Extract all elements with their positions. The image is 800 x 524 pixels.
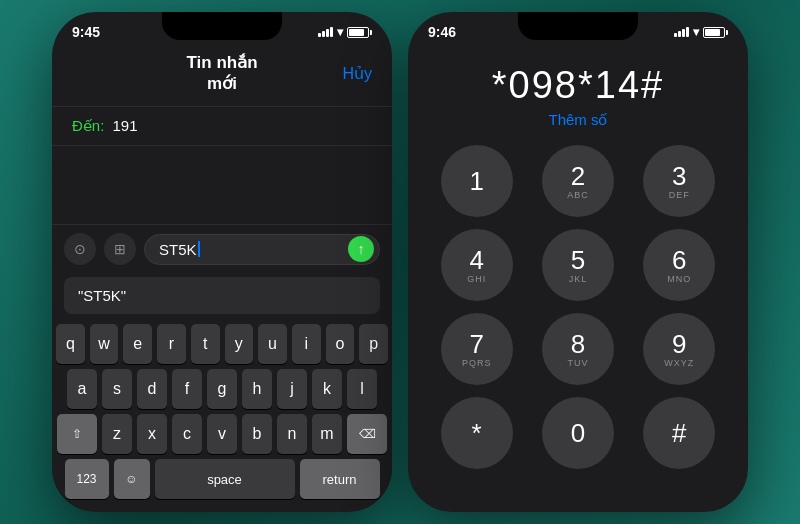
send-button[interactable]: ↑ — [348, 236, 374, 262]
key-return[interactable]: return — [300, 459, 380, 499]
wifi-icon-left: ▾ — [337, 25, 343, 39]
dial-btn-3[interactable]: 3 DEF — [643, 145, 715, 217]
send-icon: ↑ — [358, 241, 365, 257]
key-l[interactable]: l — [347, 369, 377, 409]
key-s[interactable]: s — [102, 369, 132, 409]
app-container: 9:45 ▾ Tin nhắn mới Hủy — [0, 0, 800, 524]
key-u[interactable]: u — [258, 324, 287, 364]
key-b[interactable]: b — [242, 414, 272, 454]
key-n[interactable]: n — [277, 414, 307, 454]
status-icons-left: ▾ — [318, 25, 372, 39]
phone-left: 9:45 ▾ Tin nhắn mới Hủy — [52, 12, 392, 512]
key-q[interactable]: q — [56, 324, 85, 364]
phone-notch-left — [162, 12, 282, 40]
key-p[interactable]: p — [359, 324, 388, 364]
to-value: 191 — [113, 117, 138, 134]
battery-icon-left — [347, 27, 372, 38]
key-v[interactable]: v — [207, 414, 237, 454]
keyboard-row-4: 123 ☺ space return — [56, 459, 388, 499]
message-input-wrapper: ST5K ↑ — [144, 234, 380, 265]
autocomplete-text: "ST5K" — [78, 287, 126, 304]
keyboard-row-2: a s d f g h j k l — [56, 369, 388, 409]
dial-btn-9[interactable]: 9 WXYZ — [643, 313, 715, 385]
dial-btn-2[interactable]: 2 ABC — [542, 145, 614, 217]
key-e[interactable]: e — [123, 324, 152, 364]
messages-header: Tin nhắn mới Hủy — [52, 44, 392, 107]
key-backspace[interactable]: ⌫ — [347, 414, 387, 454]
messages-body — [52, 146, 392, 224]
dialpad: 1 2 ABC 3 DEF 4 GHI 5 JKL — [408, 145, 748, 469]
status-time-right: 9:46 — [428, 24, 456, 40]
key-h[interactable]: h — [242, 369, 272, 409]
key-numbers[interactable]: 123 — [65, 459, 109, 499]
key-f[interactable]: f — [172, 369, 202, 409]
key-a[interactable]: a — [67, 369, 97, 409]
dial-btn-8[interactable]: 8 TUV — [542, 313, 614, 385]
to-field[interactable]: Đến: 191 — [52, 107, 392, 146]
dial-btn-0[interactable]: 0 — [542, 397, 614, 469]
key-i[interactable]: i — [292, 324, 321, 364]
dial-btn-hash[interactable]: # — [643, 397, 715, 469]
battery-icon-right — [703, 27, 728, 38]
status-time-left: 9:45 — [72, 24, 100, 40]
text-cursor — [198, 241, 200, 257]
messages-screen: Tin nhắn mới Hủy Đến: 191 ⊙ ⊞ — [52, 44, 392, 508]
dial-btn-7[interactable]: 7 PQRS — [441, 313, 513, 385]
key-m[interactable]: m — [312, 414, 342, 454]
dial-btn-star[interactable]: * — [441, 397, 513, 469]
appstore-icon: ⊞ — [114, 241, 126, 257]
key-r[interactable]: r — [157, 324, 186, 364]
keyboard-row-3: ⇧ z x c v b n m ⌫ — [56, 414, 388, 454]
wifi-icon-right: ▾ — [693, 25, 699, 39]
key-j[interactable]: j — [277, 369, 307, 409]
signal-icon-right — [674, 27, 689, 37]
status-icons-right: ▾ — [674, 25, 728, 39]
key-shift[interactable]: ⇧ — [57, 414, 97, 454]
camera-icon-btn[interactable]: ⊙ — [64, 233, 96, 265]
camera-icon: ⊙ — [74, 241, 86, 257]
keyboard-row-1: q w e r t y u i o p — [56, 324, 388, 364]
dial-btn-1[interactable]: 1 — [441, 145, 513, 217]
key-t[interactable]: t — [191, 324, 220, 364]
dial-btn-4[interactable]: 4 GHI — [441, 229, 513, 301]
key-k[interactable]: k — [312, 369, 342, 409]
key-o[interactable]: o — [326, 324, 355, 364]
message-text: ST5K — [159, 241, 197, 258]
messages-input-area: ⊙ ⊞ ST5K ↑ — [52, 224, 392, 273]
autocomplete-suggestion[interactable]: "ST5K" — [64, 277, 380, 314]
key-z[interactable]: z — [102, 414, 132, 454]
key-c[interactable]: c — [172, 414, 202, 454]
cancel-button[interactable]: Hủy — [342, 65, 372, 82]
key-d[interactable]: d — [137, 369, 167, 409]
dial-btn-5[interactable]: 5 JKL — [542, 229, 614, 301]
key-emoji[interactable]: ☺ — [114, 459, 150, 499]
keyboard: q w e r t y u i o p a s d f g — [52, 318, 392, 508]
to-label: Đến: — [72, 117, 104, 134]
signal-icon-left — [318, 27, 333, 37]
message-input[interactable]: ST5K — [144, 234, 380, 265]
dialer-screen: *098*14# Thêm số 1 2 ABC 3 DEF 4 GH — [408, 44, 748, 508]
dialer-number: *098*14# — [482, 44, 674, 111]
dialer-add-label[interactable]: Thêm số — [548, 111, 607, 129]
key-w[interactable]: w — [90, 324, 119, 364]
phone-notch-right — [518, 12, 638, 40]
dial-btn-6[interactable]: 6 MNO — [643, 229, 715, 301]
messages-title: Tin nhắn mới — [172, 52, 272, 94]
key-g[interactable]: g — [207, 369, 237, 409]
appstore-icon-btn[interactable]: ⊞ — [104, 233, 136, 265]
key-x[interactable]: x — [137, 414, 167, 454]
phone-right: 9:46 ▾ *098*14# Thêm số 1 — [408, 12, 748, 512]
key-space[interactable]: space — [155, 459, 295, 499]
key-y[interactable]: y — [225, 324, 254, 364]
